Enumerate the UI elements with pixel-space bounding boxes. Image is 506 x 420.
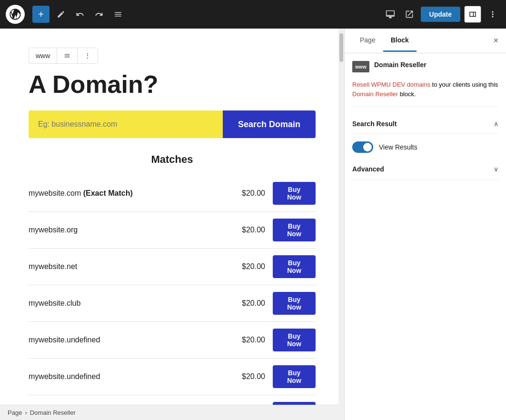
domain-row: mywebsite.club$20.00Buy Now <box>29 285 316 322</box>
buy-now-button[interactable]: Buy Now <box>273 182 316 205</box>
update-button[interactable]: Update <box>421 7 460 22</box>
add-button[interactable]: + <box>32 6 50 23</box>
plugin-info: www Domain Reseller <box>352 61 498 72</box>
wp-logo[interactable] <box>6 5 25 24</box>
tab-page[interactable]: Page <box>352 30 383 52</box>
view-results-toggle[interactable] <box>352 141 373 153</box>
domain-row: mywebsite.org$20.00Buy Now <box>29 212 316 249</box>
domain-price: $20.00 <box>227 372 265 381</box>
domain-row: mywebsite.undefined$20.00Buy Now <box>29 395 316 405</box>
domain-row: mywebsite.com (Exact Match)$20.00Buy Now <box>29 175 316 212</box>
matches-title: Matches <box>29 153 316 166</box>
breadcrumb-page: Page <box>8 409 22 416</box>
editor-content: www ⋮ A Domain? Search Domain Matches my… <box>0 29 344 405</box>
domain-list: mywebsite.com (Exact Match)$20.00Buy Now… <box>29 175 316 405</box>
domain-row: mywebsite.undefined$20.00Buy Now <box>29 359 316 395</box>
plugin-name: Domain Reseller <box>374 61 427 69</box>
search-domain-button[interactable]: Search Domain <box>223 110 316 138</box>
redo-button[interactable] <box>91 7 107 22</box>
more-options-button[interactable] <box>485 7 500 22</box>
domain-price: $20.00 <box>227 189 265 198</box>
buy-now-button[interactable]: Buy Now <box>273 219 316 241</box>
buy-now-button[interactable]: Buy Now <box>273 402 316 405</box>
domain-name: mywebsite.undefined <box>29 372 227 381</box>
block-widget-more[interactable]: ⋮ <box>78 48 98 63</box>
advanced-section-header[interactable]: Advanced ∨ <box>352 159 498 180</box>
desktop-view-button[interactable] <box>383 7 398 22</box>
domain-price: $20.00 <box>227 226 265 234</box>
scroll-thumb <box>339 33 343 62</box>
buy-now-button[interactable]: Buy Now <box>273 329 316 351</box>
buy-now-button[interactable]: Buy Now <box>273 365 316 388</box>
buy-now-button[interactable]: Buy Now <box>273 255 316 278</box>
tab-block[interactable]: Block <box>383 30 417 52</box>
sidebar-close-button[interactable]: × <box>493 36 498 46</box>
advanced-chevron: ∨ <box>494 165 498 173</box>
domain-name: mywebsite.club <box>29 299 227 308</box>
domain-name: mywebsite.com (Exact Match) <box>29 189 227 198</box>
domain-name: mywebsite.undefined <box>29 336 227 344</box>
domain-name: mywebsite.net <box>29 262 227 271</box>
plugin-icon: www <box>352 61 369 72</box>
main-area: www ⋮ A Domain? Search Domain Matches my… <box>0 29 506 420</box>
search-bar: Search Domain <box>29 110 316 138</box>
search-result-title: Search Result <box>352 120 397 128</box>
buy-now-button[interactable]: Buy Now <box>273 292 316 315</box>
block-widget: www ⋮ <box>29 48 98 64</box>
breadcrumb-item: Domain Reseller <box>30 409 76 416</box>
breadcrumb-separator: › <box>25 409 27 416</box>
sidebar-toggle-button[interactable] <box>464 6 481 23</box>
scroll-track[interactable] <box>338 29 344 420</box>
plugin-description: Resell WPMU DEV domains to your clients … <box>352 80 498 107</box>
domain-search-input[interactable] <box>29 110 223 138</box>
sidebar-body: www Domain Reseller Resell WPMU DEV doma… <box>345 53 506 420</box>
block-widget-www[interactable]: www <box>29 48 57 63</box>
domain-row: mywebsite.net$20.00Buy Now <box>29 249 316 285</box>
domain-name: mywebsite.org <box>29 226 227 234</box>
domain-row: mywebsite.undefined$20.00Buy Now <box>29 322 316 359</box>
toolbar-right: Update <box>383 6 500 23</box>
toolbar: + Update <box>0 0 506 29</box>
view-results-label: View Results <box>379 143 417 151</box>
domain-price: $20.00 <box>227 299 265 308</box>
breadcrumb: Page › Domain Reseller <box>0 405 344 420</box>
list-view-button[interactable] <box>110 7 126 22</box>
domain-heading: A Domain? <box>29 70 316 99</box>
editor-area: www ⋮ A Domain? Search Domain Matches my… <box>0 29 344 420</box>
search-result-chevron: ∧ <box>494 120 498 128</box>
toggle-knob <box>363 143 372 151</box>
undo-button[interactable] <box>72 7 88 22</box>
external-link-button[interactable] <box>402 7 417 22</box>
domain-price: $20.00 <box>227 336 265 344</box>
view-results-row: View Results <box>352 136 498 159</box>
search-result-section-header[interactable]: Search Result ∧ <box>352 114 498 134</box>
block-widget-settings[interactable] <box>57 48 78 63</box>
sidebar: Page Block × www Domain Reseller Resell … <box>344 29 506 420</box>
domain-price: $20.00 <box>227 262 265 271</box>
advanced-title: Advanced <box>352 165 384 173</box>
edit-icon-button[interactable] <box>53 7 69 22</box>
sidebar-tabs: Page Block × <box>345 29 506 53</box>
